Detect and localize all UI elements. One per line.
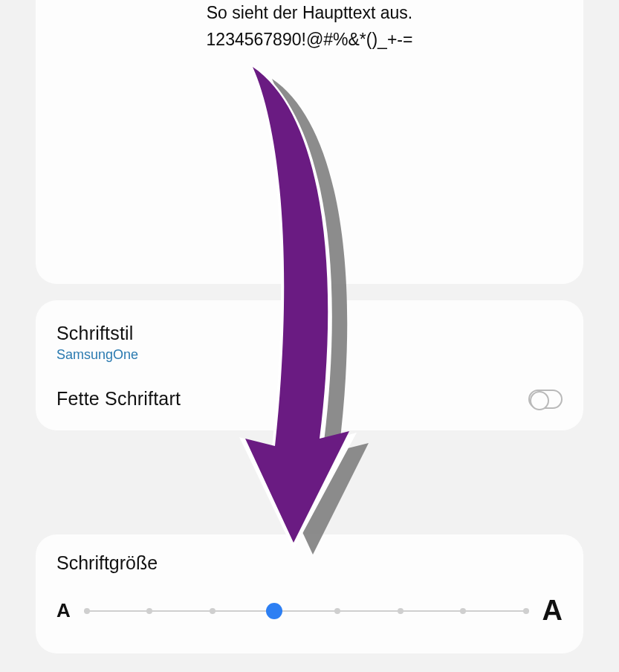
preview-line-2: 1234567890!@#%&*()_+-=	[54, 27, 565, 54]
font-size-slider-wrap: A A	[56, 595, 563, 627]
slider-tick	[398, 608, 404, 614]
slider-ticks	[84, 602, 529, 620]
font-size-large-icon: A	[542, 595, 563, 627]
font-style-label-group: Schriftstil SamsungOne	[56, 323, 138, 363]
bold-font-row[interactable]: Fette Schriftart	[56, 370, 563, 417]
font-size-slider[interactable]	[84, 602, 529, 620]
preview-line-1: So sieht der Haupttext aus.	[54, 0, 565, 27]
bold-font-title: Fette Schriftart	[56, 388, 181, 410]
font-preview-card: So sieht der Haupttext aus. 1234567890!@…	[36, 0, 583, 284]
slider-tick	[146, 608, 152, 614]
font-style-value: SamsungOne	[56, 347, 138, 363]
font-style-row[interactable]: Schriftstil SamsungOne	[56, 315, 563, 370]
preview-text: So sieht der Haupttext aus. 1234567890!@…	[54, 0, 565, 53]
slider-tick	[84, 608, 90, 614]
font-size-title: Schriftgröße	[56, 552, 563, 574]
slider-tick	[210, 608, 215, 614]
font-size-small-icon: A	[56, 599, 71, 622]
font-style-card: Schriftstil SamsungOne Fette Schriftart	[36, 300, 583, 430]
font-size-card: Schriftgröße A A	[36, 534, 583, 653]
slider-tick	[460, 608, 466, 614]
slider-thumb[interactable]	[266, 603, 282, 619]
slider-tick	[523, 608, 529, 614]
font-style-title: Schriftstil	[56, 323, 138, 344]
slider-tick	[334, 608, 340, 614]
bold-font-toggle[interactable]	[528, 390, 563, 409]
